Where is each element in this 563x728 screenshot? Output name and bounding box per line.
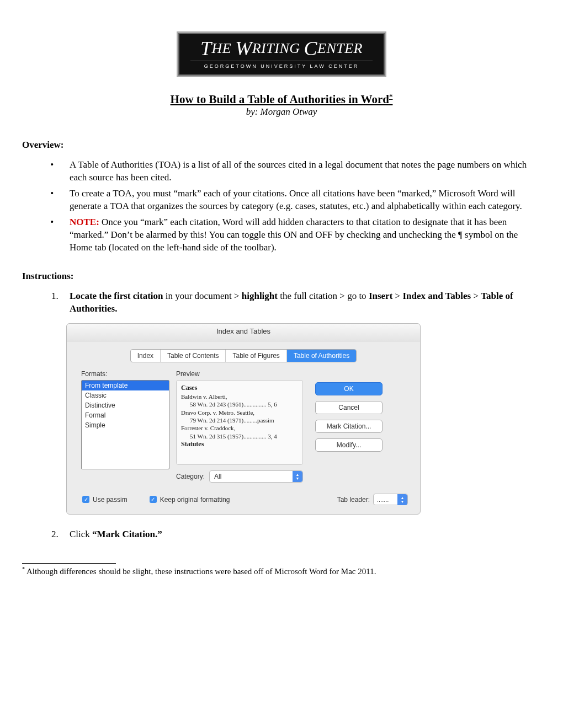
overview-list: A Table of Authorities (TOA) is a list o…	[22, 159, 541, 254]
index-and-tables-dialog: Index and Tables Index Table of Contents…	[66, 323, 421, 515]
logo-block: THE WRITING CENTER GEORGETOWN UNIVERSITY…	[22, 33, 541, 76]
tab-leader-select[interactable]: ....... ▲▼	[373, 494, 408, 505]
overview-item: To create a TOA, you must “mark” each of…	[61, 188, 541, 213]
preview-label: Preview	[176, 370, 303, 378]
page-title: How to Build a Table of Authorities in W…	[171, 93, 393, 106]
tab-leader-label: Tab leader:	[337, 496, 370, 504]
use-passim-checkbox[interactable]: ✓ Use passim	[82, 496, 128, 504]
note-label: NOTE:	[70, 217, 99, 227]
format-option[interactable]: Distinctive	[82, 400, 169, 410]
format-option[interactable]: From template	[82, 381, 169, 390]
cancel-button[interactable]: Cancel	[315, 401, 383, 414]
dialog-title: Index and Tables	[67, 324, 420, 341]
overview-item: A Table of Authorities (TOA) is a list o…	[61, 159, 541, 184]
instructions-list-cont: Click “Mark Citation.”	[22, 528, 541, 541]
tab-index[interactable]: Index	[131, 350, 161, 362]
tab-tof[interactable]: Table of Figures	[226, 350, 286, 362]
instructions-list: Locate the first citation in your docume…	[22, 290, 541, 315]
dialog-screenshot: Index and Tables Index Table of Contents…	[66, 323, 541, 515]
overview-item: NOTE: Once you “mark” each citation, Wor…	[61, 216, 541, 254]
format-option[interactable]: Classic	[82, 390, 169, 400]
instructions-heading: Instructions:	[22, 271, 541, 282]
step-1: Locate the first citation in your docume…	[61, 290, 541, 315]
mark-citation-button[interactable]: Mark Citation...	[315, 420, 383, 433]
overview-heading: Overview:	[22, 140, 541, 151]
modify-button[interactable]: Modify...	[315, 438, 383, 452]
format-option[interactable]: Simple	[82, 420, 169, 430]
check-icon: ✓	[150, 496, 157, 503]
step-2: Click “Mark Citation.”	[61, 528, 541, 541]
title-block: How to Build a Table of Authorities in W…	[22, 92, 541, 117]
footnote: * Although differences should be slight,…	[22, 566, 541, 576]
stepper-icon: ▲▼	[293, 471, 302, 482]
tab-bar: Index Table of Contents Table of Figures…	[67, 341, 420, 368]
keep-formatting-checkbox[interactable]: ✓ Keep original formatting	[150, 496, 230, 504]
logo: THE WRITING CENTER GEORGETOWN UNIVERSITY…	[178, 33, 385, 76]
byline: by: Morgan Otway	[246, 106, 317, 117]
category-label: Category:	[176, 473, 205, 480]
preview-box: Cases Baldwin v. Alberti, 58 Wn. 2d 243 …	[176, 380, 303, 465]
stepper-icon: ▲▼	[397, 494, 407, 505]
formats-label: Formats:	[81, 370, 169, 378]
tab-toa[interactable]: Table of Authorities	[287, 350, 356, 362]
logo-main: THE WRITING CENTER	[190, 39, 373, 58]
tab-toc[interactable]: Table of Contents	[161, 350, 226, 362]
format-option[interactable]: Formal	[82, 410, 169, 420]
footnote-rule	[22, 563, 116, 564]
check-icon: ✓	[82, 496, 89, 503]
category-select[interactable]: All ▲▼	[209, 470, 303, 483]
formats-listbox[interactable]: From template Classic Distinctive Formal…	[81, 380, 169, 469]
ok-button[interactable]: OK	[315, 382, 383, 395]
logo-subtitle: GEORGETOWN UNIVERSITY LAW CENTER	[190, 61, 373, 69]
